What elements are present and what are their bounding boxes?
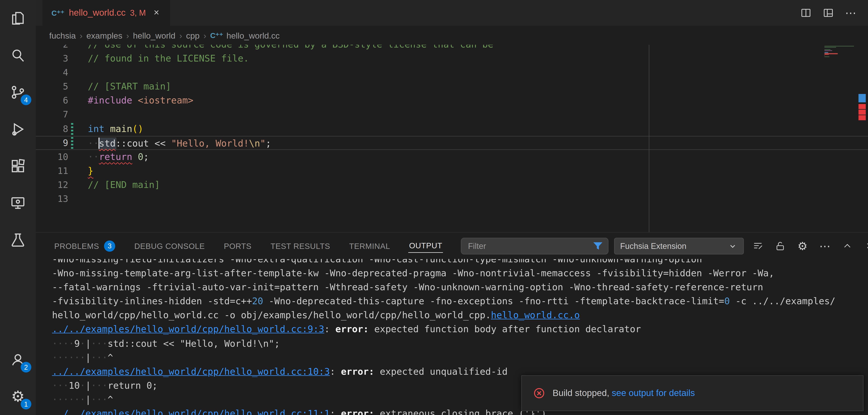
sidebar-item-testing[interactable] — [0, 222, 36, 258]
tab-hello-world-cc[interactable]: C⁺⁺ hello_world.cc 3, M × — [42, 0, 170, 26]
code-line[interactable]: // Use of this source code is governed b… — [36, 45, 868, 52]
split-editor-button[interactable] — [798, 4, 814, 21]
code-line[interactable]: int main() — [36, 122, 868, 136]
editor-actions: ⋯ — [798, 0, 868, 26]
notification-message: Build stopped, see output for details — [553, 388, 695, 398]
accounts-badge: 2 — [21, 362, 31, 373]
tab-problem-modified-suffix: 3, M — [130, 8, 146, 17]
clear-output-button[interactable] — [749, 237, 766, 254]
panel-controls: Fuchsia Extension — [461, 237, 868, 254]
panel-tab-ports[interactable]: PORTS — [223, 239, 252, 253]
output-file-link[interactable]: ../../examples/hello_world/cpp/hello_wor… — [52, 324, 324, 334]
more-actions-button[interactable]: ⋯ — [842, 4, 859, 21]
sidebar-item-remote-explorer[interactable] — [0, 185, 36, 222]
output-line: ../../examples/hello_world/cpp/hello_wor… — [36, 322, 868, 336]
code-line[interactable]: #include <iostream> — [36, 94, 868, 107]
panel-tab-terminal[interactable]: TERMINAL — [349, 239, 391, 253]
minimap-line — [825, 47, 836, 47]
vscode-window: 4 — [0, 0, 868, 415]
tab-label: hello_world.cc — [69, 8, 125, 18]
minimap-line — [825, 55, 825, 56]
code-line[interactable]: // found in the LICENSE file. — [36, 52, 868, 65]
problems-badge: 3 — [104, 240, 115, 252]
filter-input[interactable] — [467, 241, 592, 251]
breadcrumb-item[interactable]: fuchsia — [49, 31, 76, 40]
breadcrumb: fuchsia›examples›hello_world›cpp›C⁺⁺hell… — [36, 26, 868, 45]
overview-error-mark — [859, 115, 866, 120]
minimap-line — [825, 50, 832, 51]
panel-tab-test-results[interactable]: TEST RESULTS — [270, 239, 331, 253]
output-filter — [461, 237, 609, 254]
sidebar-item-search[interactable] — [0, 37, 36, 74]
output-file-link[interactable]: ../../examples/hello_world/cpp/hello_wor… — [52, 366, 330, 377]
sidebar-item-run-debug[interactable] — [0, 111, 36, 148]
column-ruler — [649, 45, 649, 232]
breadcrumb-item[interactable]: hello_world — [133, 31, 176, 40]
panel-tab-output[interactable]: OUTPUT — [408, 239, 443, 253]
minimap-line — [825, 53, 838, 54]
code-line[interactable]: } — [36, 164, 868, 178]
gear-icon: ⚙ — [798, 239, 808, 253]
settings-button[interactable]: ⚙ 1 — [0, 378, 36, 415]
output-file-link[interactable]: ../../examples/hello_world/cpp/hello_wor… — [52, 408, 330, 415]
output-line: -Wno-missing-field-initializers -Wno-ext… — [36, 259, 868, 266]
panel-more-actions-button[interactable]: ⋯ — [816, 237, 833, 254]
overview-error-mark — [859, 104, 866, 109]
ellipsis-icon: ⋯ — [845, 6, 856, 20]
minimap-line — [825, 46, 854, 46]
lock-output-button[interactable] — [772, 237, 788, 254]
source-control-badge: 4 — [21, 95, 31, 105]
code-editor[interactable]: 2345678910111213 // Use of this source c… — [36, 45, 868, 232]
output-line: ····9·|···std::cout << "Hello, World!\n"… — [36, 337, 868, 351]
panel-header: PROBLEMS3DEBUG CONSOLEPORTSTEST RESULTST… — [36, 233, 868, 259]
editor-lines: // Use of this source code is governed b… — [36, 45, 868, 206]
accounts-button[interactable]: 2 — [0, 341, 36, 378]
code-line[interactable] — [36, 192, 868, 206]
sidebar-item-extensions[interactable] — [0, 148, 36, 185]
extensions-icon — [9, 158, 26, 174]
maximize-panel-button[interactable] — [839, 237, 856, 254]
output-line: -fvisibility-inlines-hidden -std=c++20 -… — [36, 294, 868, 308]
tab-close-icon[interactable]: × — [154, 7, 159, 19]
unlock-icon — [775, 240, 786, 252]
panel-tab-debug-console[interactable]: DEBUG CONSOLE — [134, 239, 206, 253]
output-line: --fatal-warnings -ftrivial-auto-var-init… — [36, 280, 868, 294]
notification-text: Build stopped, — [553, 388, 612, 398]
error-circle-icon — [533, 387, 545, 400]
filter-icon[interactable] — [592, 240, 603, 252]
breadcrumb-item[interactable]: examples — [87, 31, 122, 40]
breadcrumb-separator-icon: › — [126, 31, 129, 40]
panel-tab-problems[interactable]: PROBLEMS3 — [54, 238, 116, 254]
run-debug-icon — [9, 121, 26, 137]
overview-error-mark — [859, 109, 866, 115]
code-line[interactable] — [36, 66, 868, 79]
output-line: ······|···^ — [36, 351, 868, 364]
close-panel-button[interactable]: × — [861, 237, 868, 254]
output-line: hello_world/cpp/hello_world.cc -o obj/ex… — [36, 308, 868, 322]
code-line[interactable]: ··std::cout << "Hello, World!\n"; — [36, 136, 868, 150]
minimap-line — [825, 49, 830, 50]
code-line[interactable]: ··return 0; — [36, 150, 868, 164]
beaker-icon — [9, 231, 26, 248]
code-line[interactable]: // [START main] — [36, 79, 868, 94]
code-line[interactable] — [36, 107, 868, 122]
overview-modified-mark — [859, 94, 866, 102]
notification-link[interactable]: see output for details — [612, 388, 695, 398]
sidebar-item-explorer[interactable] — [0, 0, 36, 37]
output-settings-button[interactable]: ⚙ — [794, 237, 811, 254]
output-file-link[interactable]: hello_world.cc.o — [491, 310, 580, 321]
breadcrumb-item[interactable]: cpp — [186, 31, 200, 40]
minimap[interactable] — [823, 45, 856, 232]
customize-layout-button[interactable] — [820, 4, 837, 21]
clear-output-icon — [752, 240, 764, 252]
breadcrumb-separator-icon: › — [80, 31, 83, 40]
files-icon — [9, 10, 26, 27]
output-channel-select[interactable]: Fuchsia Extension — [614, 237, 744, 254]
settings-badge: 1 — [21, 399, 31, 409]
cpp-file-icon: C⁺⁺ — [52, 9, 64, 17]
panel-tabs: PROBLEMS3DEBUG CONSOLEPORTSTEST RESULTST… — [54, 238, 461, 254]
code-line[interactable]: // [END main] — [36, 178, 868, 192]
cpp-file-icon: C⁺⁺ — [210, 31, 223, 39]
sidebar-item-source-control[interactable]: 4 — [0, 74, 36, 111]
breadcrumb-item[interactable]: hello_world.cc — [226, 31, 280, 40]
